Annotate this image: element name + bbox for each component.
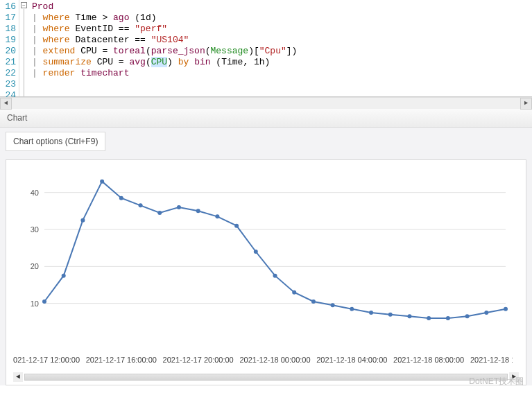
scroll-track[interactable]: [24, 374, 508, 381]
svg-point-16: [62, 274, 66, 278]
svg-point-25: [234, 224, 239, 228]
svg-text:30: 30: [31, 225, 39, 234]
line-number: 16: [1, 1, 16, 12]
svg-point-30: [331, 303, 335, 307]
chart-panel: Chart Chart options (Ctrl+F9) 1020304020…: [0, 109, 532, 385]
timechart-svg: 102030402021-12-17 12:00:002021-12-17 16…: [13, 167, 513, 368]
svg-point-36: [446, 316, 450, 320]
svg-text:20: 20: [31, 262, 39, 270]
code-line[interactable]: Prod: [32, 1, 297, 12]
line-number: 21: [1, 57, 16, 68]
code-line[interactable]: | render timechart: [32, 68, 297, 79]
code-content[interactable]: Prod| where Time > ago (1d)| where Event…: [29, 0, 300, 96]
svg-point-23: [196, 209, 200, 213]
svg-text:2021-12-18 08:00:00: 2021-12-18 08:00:00: [393, 356, 464, 364]
scroll-left-icon[interactable]: ◄: [0, 98, 12, 110]
svg-point-19: [119, 196, 123, 200]
fold-column[interactable]: −: [19, 0, 29, 96]
svg-point-35: [427, 316, 431, 320]
svg-text:2021-12-17 16:00:00: 2021-12-17 16:00:00: [86, 356, 157, 364]
line-number: 19: [1, 35, 16, 46]
line-number-gutter: 161718192021222324: [0, 0, 19, 96]
svg-point-17: [80, 218, 85, 223]
svg-text:10: 10: [31, 299, 39, 308]
fold-guide: [24, 9, 24, 96]
svg-text:2021-12-18 00:00:00: 2021-12-18 00:00:00: [239, 356, 310, 364]
svg-point-29: [311, 299, 316, 304]
code-line[interactable]: [32, 79, 297, 90]
code-editor[interactable]: 161718192021222324 − Prod| where Time > …: [0, 0, 532, 97]
svg-point-28: [292, 290, 296, 295]
line-number: 17: [1, 12, 16, 24]
code-line[interactable]: | where Time > ago (1d): [32, 12, 297, 24]
scroll-right-icon[interactable]: ►: [509, 372, 519, 382]
svg-point-24: [215, 214, 219, 218]
svg-point-33: [388, 313, 393, 317]
svg-point-21: [157, 211, 162, 215]
chart-options-button[interactable]: Chart options (Ctrl+F9): [6, 132, 105, 151]
svg-point-32: [369, 311, 373, 315]
code-line[interactable]: | summarize CPU = avg(CPU) by bin (Time,…: [32, 57, 297, 68]
svg-text:2021-12-18 04:00:00: 2021-12-18 04:00:00: [316, 356, 387, 364]
svg-point-15: [42, 299, 46, 304]
svg-text:2021-12-17 20:00:00: 2021-12-17 20:00:00: [163, 356, 234, 364]
chart-panel-title: Chart: [0, 109, 532, 128]
svg-point-31: [350, 307, 354, 311]
code-line[interactable]: | where Datacenter == "US104": [32, 35, 297, 46]
svg-point-22: [177, 205, 181, 209]
svg-point-38: [484, 311, 488, 315]
line-number: 23: [1, 79, 16, 90]
line-number: 22: [1, 68, 16, 79]
svg-text:40: 40: [31, 189, 39, 197]
svg-point-37: [465, 314, 470, 318]
code-line[interactable]: | where EventID == "perf": [32, 24, 297, 35]
scroll-left-icon[interactable]: ◄: [13, 372, 23, 382]
scroll-right-icon[interactable]: ►: [520, 98, 532, 110]
svg-text:2021-12-18 12:00:00: 2021-12-18 12:00:00: [470, 356, 513, 364]
svg-point-27: [273, 274, 277, 278]
fold-toggle-icon[interactable]: −: [21, 2, 27, 8]
code-line[interactable]: | extend CPU = toreal(parse_json(Message…: [32, 46, 297, 57]
editor-horizontal-scrollbar[interactable]: ◄ ►: [0, 97, 532, 109]
svg-point-39: [504, 307, 508, 311]
svg-text:2021-12-17 12:00:00: 2021-12-17 12:00:00: [13, 356, 80, 364]
svg-point-34: [407, 314, 411, 318]
svg-point-26: [254, 250, 258, 254]
chart-horizontal-scrollbar[interactable]: ◄ ►: [13, 372, 519, 382]
svg-point-20: [139, 203, 143, 207]
line-number: 20: [1, 46, 16, 57]
svg-point-18: [100, 180, 104, 184]
chart-area: 102030402021-12-17 12:00:002021-12-17 16…: [6, 159, 526, 385]
line-number: 18: [1, 24, 16, 35]
